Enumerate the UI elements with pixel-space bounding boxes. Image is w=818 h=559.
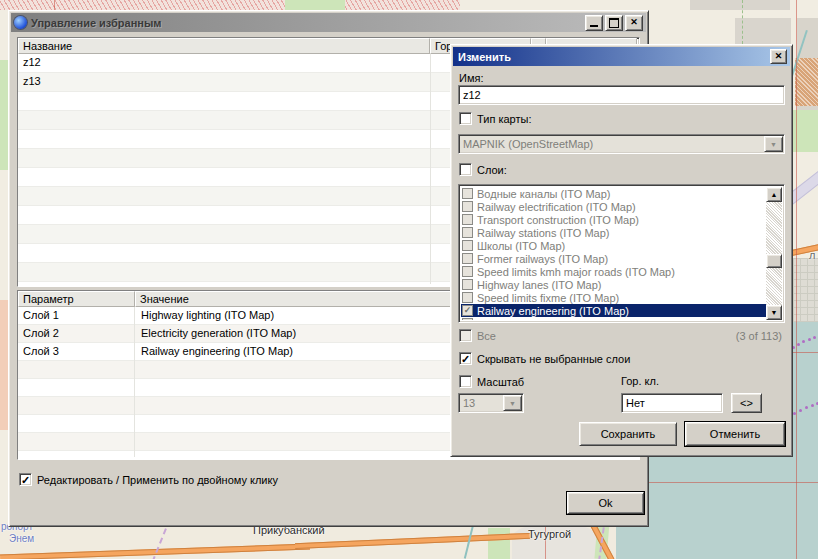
map-green-patch [789, 110, 818, 152]
map-buildings [690, 0, 790, 10]
ferry-route-dot [802, 340, 805, 343]
value-cell [135, 415, 141, 432]
edit-dialog-close-button[interactable]: ✕ [770, 49, 787, 64]
value-cell [135, 361, 141, 378]
value-cell: Highway lighting (ITO Map) [135, 307, 274, 324]
layer-label: Highway lighting (ITO Map) [477, 318, 610, 321]
param-cell [18, 379, 135, 396]
value-cell [135, 451, 141, 460]
layer-checkbox[interactable] [462, 292, 473, 303]
layer-label: Водные каналы (ITO Map) [477, 188, 610, 200]
edit-on-dblclick-checkbox[interactable]: ✓ Редактировать / Применить по двойному … [19, 473, 278, 486]
layer-row[interactable]: Railway stations (ITO Map) [461, 226, 766, 239]
all-layers-checkbox[interactable]: Все [459, 329, 496, 342]
checkbox-box[interactable]: ✓ [19, 473, 32, 486]
checkbox-label: Слои: [477, 164, 507, 176]
ferry-route-dot [797, 343, 800, 346]
combobox-value: 13 [459, 397, 502, 409]
layer-row[interactable]: Railway electrification (ITO Map) [461, 200, 766, 213]
checkbox-box[interactable] [459, 112, 472, 125]
param-cell [18, 397, 135, 414]
checkbox-box[interactable] [459, 329, 472, 342]
name-label: Имя: [459, 72, 483, 84]
window-title: Управление избранным [31, 17, 161, 29]
close-button[interactable]: ✕ [625, 15, 643, 31]
value-cell [135, 397, 141, 414]
map-grid-line [640, 482, 818, 483]
hide-unselected-checkbox[interactable]: ✓ Скрывать не выбранные слои [459, 352, 630, 365]
map-road-patch [0, 300, 8, 430]
layer-row[interactable]: Former railways (ITO Map) [461, 252, 766, 265]
cancel-button[interactable]: Отменить [685, 422, 785, 446]
map-label-tugurgoy: Тугургой [528, 528, 571, 540]
checkbox-box[interactable]: ✓ [459, 352, 472, 365]
edit-dialog: Изменить ✕ Имя: Тип карты: MAPNIK (OpenS… [450, 44, 793, 457]
favorites-header-cell[interactable]: Название [18, 38, 430, 54]
edit-dialog-titlebar[interactable]: Изменить ✕ [453, 47, 790, 66]
map-label-airport-line2: Энем [9, 533, 34, 544]
layer-row[interactable]: Speed limits kmh major roads (ITO Map) [461, 265, 766, 278]
layer-row[interactable]: Speed limits fixme (ITO Map) [461, 291, 766, 304]
layer-row[interactable]: ✓Railway engineering (ITO Map) [461, 304, 766, 317]
scale-checkbox[interactable]: Масштаб [459, 375, 524, 388]
layer-checkbox[interactable] [462, 240, 473, 251]
minimize-icon [590, 25, 598, 27]
app-icon [14, 16, 27, 29]
layer-checkbox[interactable]: ✓ [462, 305, 473, 316]
checkbox-label: Все [477, 330, 496, 342]
column-divider [134, 307, 135, 457]
map-railyard-hatch [0, 0, 460, 10]
layer-count-label: (3 of 113) [736, 330, 782, 342]
ferry-route-dot [813, 336, 816, 339]
param-cell [18, 361, 135, 378]
chevron-down-icon[interactable]: ▼ [764, 136, 783, 152]
scale-combobox[interactable]: 13 ▼ [458, 393, 524, 413]
close-icon: ✕ [775, 52, 783, 61]
layers-scrollbar[interactable]: ▲ ▼ [766, 187, 782, 320]
name-input[interactable] [458, 85, 785, 105]
layer-checkbox[interactable] [462, 266, 473, 277]
layer-checkbox[interactable] [462, 188, 473, 199]
favorites-titlebar[interactable]: Управление избранным ✕ [11, 13, 646, 32]
checkbox-box[interactable] [459, 375, 472, 388]
layers-rows: Водные каналы (ITO Map)Railway electrifi… [461, 187, 766, 320]
layers-checkbox[interactable]: Слои: [459, 163, 507, 176]
hotkey-pick-button[interactable]: <> [731, 393, 762, 413]
layer-checkbox[interactable] [462, 279, 473, 290]
layer-label: Highway lanes (ITO Map) [477, 279, 602, 291]
scrollbar-thumb[interactable] [766, 254, 782, 268]
layer-label: Speed limits kmh major roads (ITO Map) [477, 266, 675, 278]
scroll-up-button[interactable]: ▲ [766, 187, 782, 202]
ferry-route-dot [811, 404, 814, 407]
ok-button[interactable]: Ok [567, 492, 644, 514]
map-green-patch [488, 528, 510, 559]
layer-checkbox[interactable]: ✓ [462, 318, 473, 320]
map-type-combobox[interactable]: MAPNIK (OpenStreetMap) ▼ [458, 134, 785, 154]
maximize-button[interactable] [605, 15, 623, 31]
param-cell [18, 433, 135, 450]
map-type-checkbox[interactable]: Тип карты: [459, 112, 531, 125]
layer-row[interactable]: Школы (ITO Map) [461, 239, 766, 252]
scroll-down-button[interactable]: ▼ [766, 305, 782, 320]
save-button[interactable]: Сохранить [579, 422, 677, 446]
layer-label: Railway stations (ITO Map) [477, 227, 609, 239]
param-cell: Слой 1 [18, 307, 135, 324]
chevron-down-icon[interactable]: ▼ [503, 395, 522, 411]
maximize-icon [609, 18, 619, 28]
layer-row[interactable]: Highway lanes (ITO Map) [461, 278, 766, 291]
layer-checkbox[interactable] [462, 227, 473, 238]
ferry-route-dot [799, 409, 802, 412]
param-cell [18, 415, 135, 432]
layer-row[interactable]: Transport construction (ITO Map) [461, 213, 766, 226]
layer-row[interactable]: ✓Highway lighting (ITO Map) [461, 317, 766, 320]
hotkey-input[interactable] [621, 393, 723, 413]
layer-label: Transport construction (ITO Map) [477, 214, 639, 226]
layer-checkbox[interactable] [462, 214, 473, 225]
checkbox-box[interactable] [459, 163, 472, 176]
value-cell: Railway engineering (ITO Map) [135, 343, 293, 360]
minimize-button[interactable] [585, 15, 603, 31]
params-header-param[interactable]: Параметр [18, 291, 135, 307]
layer-checkbox[interactable] [462, 201, 473, 212]
layer-row[interactable]: Водные каналы (ITO Map) [461, 187, 766, 200]
layer-checkbox[interactable] [462, 253, 473, 264]
